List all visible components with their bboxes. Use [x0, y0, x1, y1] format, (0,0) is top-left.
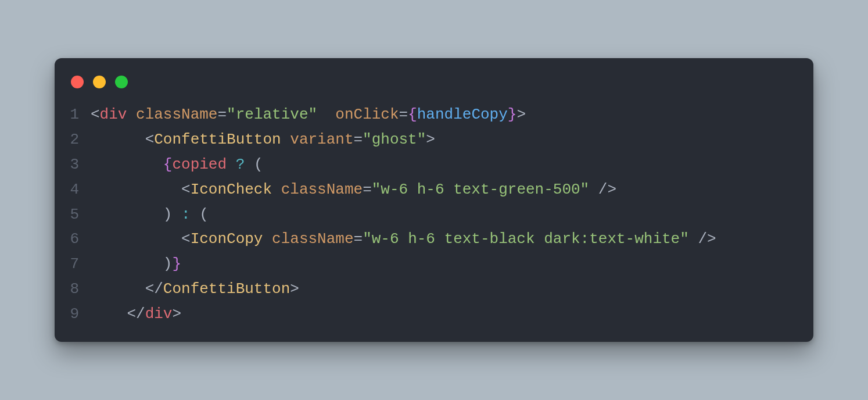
line-number: 9: [70, 302, 91, 327]
code-token: "ghost": [363, 131, 426, 148]
code-token: [227, 156, 236, 173]
code-token: [172, 206, 181, 223]
code-token: div: [100, 106, 127, 123]
code-token: "w-6 h-6 text-green-500": [372, 181, 589, 198]
code-token: div: [145, 305, 173, 323]
code-token: :: [181, 206, 191, 223]
code-token: }: [172, 255, 181, 273]
code-token: handleCopy: [417, 106, 508, 123]
code-token: {: [408, 106, 417, 123]
code-token: [91, 206, 163, 223]
code-token: (: [254, 156, 263, 173]
line-number: 1: [70, 102, 91, 127]
line-number: 7: [70, 252, 91, 277]
code-token: [91, 255, 163, 273]
code-line[interactable]: 3 {copied ? (: [70, 152, 798, 177]
code-token: [91, 280, 145, 298]
code-token: [281, 131, 290, 148]
code-token: [91, 131, 145, 148]
code-token: (: [199, 206, 209, 223]
line-number: 2: [70, 127, 91, 152]
line-number: 5: [70, 202, 91, 227]
line-content[interactable]: <ConfettiButton variant="ghost">: [91, 127, 798, 152]
line-content[interactable]: <IconCopy className="w-6 h-6 text-black …: [91, 227, 798, 252]
code-token: }: [508, 106, 517, 123]
code-token: [91, 230, 181, 248]
line-number: 6: [70, 227, 91, 252]
code-token: <: [91, 106, 100, 123]
code-token: ): [163, 255, 173, 273]
line-content[interactable]: {copied ? (: [91, 152, 798, 177]
code-line[interactable]: 8 </ConfettiButton>: [70, 277, 798, 302]
code-token: [272, 181, 281, 198]
code-token: ConfettiButton: [154, 131, 281, 148]
zoom-icon[interactable]: [115, 76, 128, 88]
code-token: </: [145, 280, 163, 298]
code-token: >: [290, 280, 299, 298]
code-token: [91, 156, 163, 173]
code-line[interactable]: 7 )}: [70, 252, 798, 277]
code-line[interactable]: 6 <IconCopy className="w-6 h-6 text-blac…: [70, 227, 798, 252]
window-traffic-lights: [70, 72, 798, 102]
code-token: =: [354, 131, 363, 148]
line-content[interactable]: </div>: [91, 302, 798, 327]
code-line[interactable]: 4 <IconCheck className="w-6 h-6 text-gre…: [70, 177, 798, 202]
code-token: <: [181, 181, 191, 198]
line-content[interactable]: </ConfettiButton>: [91, 277, 798, 302]
code-token: [317, 106, 335, 123]
code-token: =: [363, 181, 372, 198]
code-token: </: [127, 305, 145, 323]
code-line[interactable]: 1<div className="relative" onClick={hand…: [70, 102, 798, 127]
code-token: =: [217, 106, 227, 123]
line-number: 8: [70, 277, 91, 302]
code-token: [91, 181, 181, 198]
code-token: [245, 156, 254, 173]
code-token: onClick: [335, 106, 399, 123]
code-window: 1<div className="relative" onClick={hand…: [55, 58, 813, 342]
line-content[interactable]: )}: [91, 252, 798, 277]
line-content[interactable]: ) : (: [91, 202, 798, 227]
line-content[interactable]: <IconCheck className="w-6 h-6 text-green…: [91, 177, 798, 202]
code-token: />: [598, 181, 616, 198]
code-token: className: [136, 106, 217, 123]
code-token: [91, 305, 127, 323]
code-editor[interactable]: 1<div className="relative" onClick={hand…: [70, 102, 798, 327]
code-token: ): [163, 206, 173, 223]
code-token: "w-6 h-6 text-black dark:text-white": [363, 230, 689, 248]
code-token: [689, 230, 698, 248]
line-content[interactable]: <div className="relative" onClick={handl…: [91, 102, 798, 127]
code-token: IconCheck: [191, 181, 272, 198]
code-token: >: [172, 305, 181, 323]
code-token: [127, 106, 136, 123]
code-token: ?: [236, 156, 245, 173]
code-token: [263, 230, 272, 248]
code-token: [589, 181, 598, 198]
code-token: ConfettiButton: [163, 280, 290, 298]
code-token: variant: [290, 131, 353, 148]
code-token: className: [272, 230, 353, 248]
code-token: [191, 206, 200, 223]
close-icon[interactable]: [71, 76, 84, 88]
code-token: copied: [172, 156, 227, 173]
code-token: className: [281, 181, 363, 198]
code-token: <: [181, 230, 191, 248]
minimize-icon[interactable]: [93, 76, 106, 88]
code-token: <: [145, 131, 155, 148]
code-token: >: [517, 106, 526, 123]
code-token: "relative": [227, 106, 317, 123]
code-token: {: [163, 156, 173, 173]
code-line[interactable]: 5 ) : (: [70, 202, 798, 227]
code-token: />: [698, 230, 716, 248]
line-number: 4: [70, 177, 91, 202]
code-token: >: [426, 131, 435, 148]
code-line[interactable]: 2 <ConfettiButton variant="ghost">: [70, 127, 798, 152]
code-token: =: [354, 230, 363, 248]
code-line[interactable]: 9 </div>: [70, 302, 798, 327]
code-token: =: [399, 106, 408, 123]
code-token: IconCopy: [191, 230, 263, 248]
line-number: 3: [70, 152, 91, 177]
